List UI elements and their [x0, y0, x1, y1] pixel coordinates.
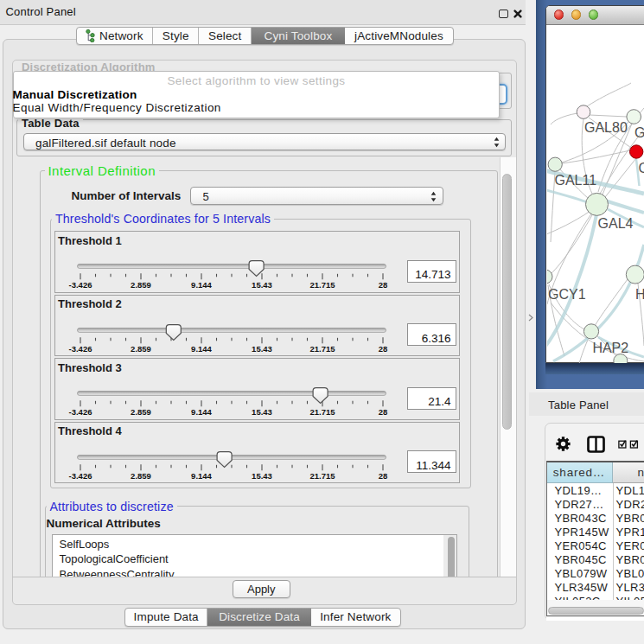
svg-text:GAL4: GAL4	[598, 216, 634, 231]
svg-text:15.43: 15.43	[252, 344, 272, 354]
svg-text:28: 28	[379, 344, 388, 354]
svg-text:9.144: 9.144	[191, 471, 212, 481]
svg-text:28: 28	[379, 280, 388, 290]
svg-text:-3.426: -3.426	[69, 471, 92, 481]
svg-text:15.43: 15.43	[252, 280, 272, 290]
svg-text:21.715: 21.715	[309, 344, 335, 354]
svg-text:GAL11: GAL11	[555, 173, 597, 188]
svg-text:21.715: 21.715	[309, 280, 335, 290]
svg-text:21.715: 21.715	[309, 407, 335, 417]
svg-text:2.859: 2.859	[131, 344, 151, 354]
svg-text:2.859: 2.859	[131, 471, 151, 481]
svg-text:15.43: 15.43	[252, 407, 272, 417]
svg-text:9.144: 9.144	[191, 344, 212, 354]
svg-text:21.715: 21.715	[309, 471, 335, 481]
svg-text:GA: GA	[634, 125, 644, 140]
svg-text:HAP2: HAP2	[592, 341, 628, 355]
svg-text:GAL80: GAL80	[584, 120, 628, 135]
svg-text:H: H	[635, 287, 644, 302]
svg-text:15.43: 15.43	[252, 471, 272, 481]
svg-text:C: C	[639, 161, 644, 175]
svg-text:28: 28	[379, 471, 388, 481]
svg-text:-3.426: -3.426	[69, 280, 92, 290]
svg-text:9.144: 9.144	[191, 407, 212, 417]
svg-text:2.859: 2.859	[131, 280, 151, 290]
svg-text:9.144: 9.144	[191, 280, 212, 290]
svg-text:-3.426: -3.426	[69, 407, 92, 417]
svg-text:-3.426: -3.426	[69, 344, 92, 354]
svg-text:28: 28	[379, 407, 388, 417]
svg-text:GCY1: GCY1	[548, 287, 586, 302]
svg-text:2.859: 2.859	[131, 407, 151, 417]
